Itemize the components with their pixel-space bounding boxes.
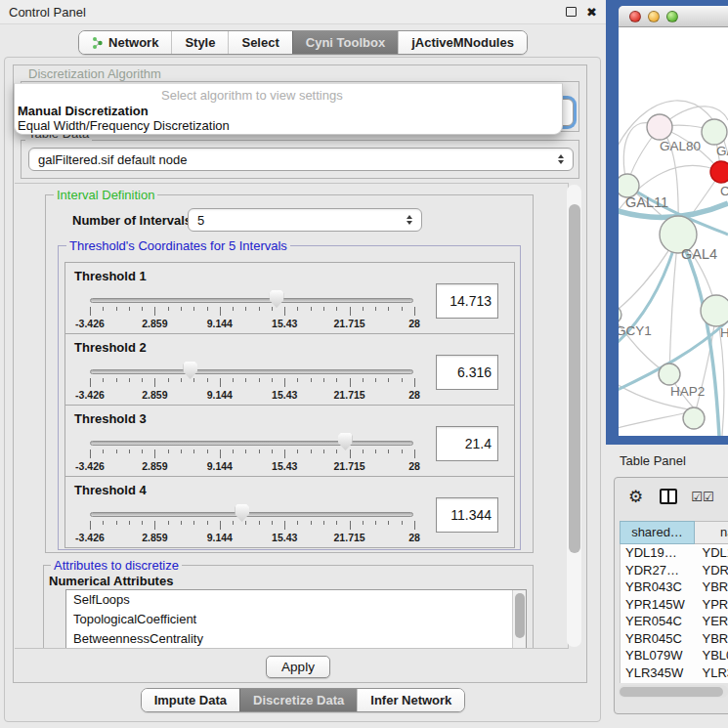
node-gcy1[interactable] [619,306,621,323]
network-window-titlebar[interactable] [619,6,728,27]
table-row[interactable]: YBL079W YBL0 [621,647,728,664]
number-of-intervals-value: 5 [189,213,402,228]
table-row[interactable]: YER054C YER0 [621,613,728,630]
attribute-list-item[interactable]: TopologicalCoefficient [66,610,526,629]
minimize-traffic-light-icon[interactable] [648,11,660,22]
threshold-3-slider-track[interactable] [90,441,413,446]
label-partial-top-right: GA [716,144,728,158]
list-scrollbar-thumb[interactable] [515,593,525,638]
threshold-row-2: Threshold 2 -3.4262.8599.14415.4321.7152… [64,333,515,406]
float-window-icon[interactable] [566,7,577,17]
label-h: H [720,325,728,340]
column-header-shared-name[interactable]: shared… [620,521,695,544]
threshold-row-3: Threshold 3 -3.4262.8599.14415.4321.7152… [64,405,515,477]
table-row[interactable]: YBR043C YBR0 [621,578,728,596]
dropdown-item-manual[interactable]: Manual Discretization [18,104,149,118]
node-gal80[interactable] [647,114,672,140]
table-row[interactable]: YBR045C YBR0 [621,630,728,648]
label-partial-red: C [720,184,728,198]
threshold-4-slider-handle[interactable] [235,504,249,522]
threshold-2-slider-handle[interactable] [183,362,197,379]
attribute-list-item[interactable]: BetweennessCentrality [66,629,526,649]
settings-scrollbar[interactable] [567,185,581,647]
table-row[interactable]: YLR345W YLR3 [621,664,728,682]
attributes-group: Attributes to discretize Numerical Attri… [43,565,534,649]
top-tab-group: Network Style Select Cyni Toolbox jActiv… [78,30,528,55]
dropdown-placeholder: Select algorithm to view settings [161,88,343,103]
threshold-3-slider-handle[interactable] [338,433,353,450]
threshold-1-tick-labels: -3.4262.8599.14415.4321.71528 [90,318,414,329]
close-icon[interactable]: ✖ [586,6,597,19]
table-panel-title: Table Panel [620,453,686,468]
label-gal80: GAL80 [660,139,701,153]
network-canvas[interactable]: GAL80 GA C GAL11 GAL4 H GCY1 HAP2 [619,27,728,436]
threshold-2-ticks [90,378,414,388]
threshold-1-value-field[interactable]: 14.713 [436,283,498,319]
network-icon [92,36,104,50]
threshold-3-tick-labels: -3.4262.8599.14415.4321.71528 [90,460,414,472]
dropdown-item-equal-width[interactable]: Equal Width/Frequency Discretization [18,118,230,133]
node-selected-red[interactable] [710,161,728,183]
tab-network[interactable]: Network [79,31,171,54]
screen: Control Panel ✖ Netw [0,0,728,728]
number-of-intervals-combobox[interactable]: 5 [188,208,422,232]
gear-icon[interactable]: ⚙ [628,489,643,505]
settings-scroll-viewport: Interval Definition Number of Intervals … [15,183,569,649]
split-columns-icon[interactable] [660,489,677,504]
threshold-3-ticks [90,450,414,459]
node-hap2[interactable] [659,364,680,385]
threshold-1-slider-track[interactable] [90,298,413,303]
node-table: shared… na YDL19… YDL1 YDR27… YDR2 [620,521,728,683]
discretize-content: Discretization Algorithm Select algorith… [13,64,587,683]
threshold-3-label: Threshold 3 [74,411,147,426]
column-header-name[interactable]: na [695,521,728,544]
table-row[interactable]: YIL052C YIL0 [621,681,728,683]
label-hap2: HAP2 [670,384,705,399]
node-h[interactable] [701,295,728,326]
threshold-3-value-field[interactable]: 21.4 [436,426,498,461]
tab-network-label: Network [108,35,158,50]
checkbox-icon[interactable]: ☑ [703,491,714,503]
tab-style[interactable]: Style [171,31,228,54]
node-bottom[interactable] [683,407,705,429]
threshold-1-ticks [90,307,414,317]
table-row[interactable]: YPR145W YPR1 [621,596,728,614]
table-panel-box: ⚙ ☑ ☑ shared… na YDL19… YDL1 [614,477,728,714]
threshold-2-tick-labels: -3.4262.8599.14415.4321.71528 [90,389,414,401]
table-row[interactable]: YDL19… YDL1 [621,544,728,562]
tab-cyni-toolbox[interactable]: Cyni Toolbox [292,31,398,54]
threshold-4-slider-track[interactable] [90,512,413,517]
threshold-4-value-field[interactable]: 11.344 [436,497,498,533]
tab-infer-network[interactable]: Infer Network [357,689,464,711]
tab-select[interactable]: Select [228,31,291,54]
attribute-list-item[interactable]: SelfLoops [66,590,526,610]
close-traffic-light-icon[interactable] [629,11,641,22]
apply-button[interactable]: Apply [266,656,330,678]
label-gal4: GAL4 [681,246,717,262]
threshold-2-slider-track[interactable] [90,369,413,374]
table-row[interactable]: YDR27… YDR2 [621,562,728,579]
threshold-1-slider-handle[interactable] [270,290,284,308]
tab-discretize-data[interactable]: Discretize Data [239,689,357,711]
tab-impute-data[interactable]: Impute Data [142,689,239,711]
combo-stepper-icon [402,215,417,225]
network-window-frame: GAL80 GA C GAL11 GAL4 H GCY1 HAP2 [606,0,728,445]
zoom-traffic-light-icon[interactable] [666,11,678,22]
node-partial-top-right[interactable] [702,119,727,145]
tab-jactivemnodules[interactable]: jActiveMNodules [398,31,527,54]
bottom-tab-group: Impute Data Discretize Data Infer Networ… [141,688,466,712]
settings-scrollbar-thumb[interactable] [569,204,580,553]
panel-title: Control Panel [9,5,86,20]
threshold-2-label: Threshold 2 [74,340,147,355]
table-data-combobox[interactable]: galFiltered.sif default node [28,148,574,171]
interval-definition-group: Interval Definition Number of Intervals … [45,194,534,553]
interval-definition-title: Interval Definition [54,188,157,202]
threshold-row-1: Threshold 1 -3.4262.8599.14415.4321.7152… [64,262,515,334]
table-rows: YDL19… YDL1 YDR27… YDR2 YBR043C YBR0 [620,544,728,683]
table-horizontal-scrollbar[interactable] [619,685,728,698]
table-hscroll-thumb[interactable] [620,687,723,697]
list-scrollbar[interactable] [512,590,526,649]
checkbox-icon[interactable]: ☑ [691,491,703,503]
attributes-group-title: Attributes to discretize [51,558,182,573]
threshold-2-value-field[interactable]: 6.316 [436,355,498,390]
